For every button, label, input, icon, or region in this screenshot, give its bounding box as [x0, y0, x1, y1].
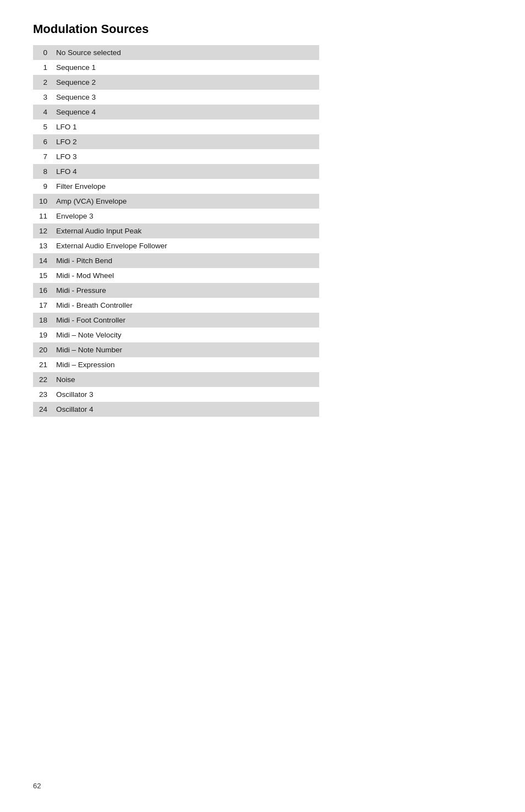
table-row: 3Sequence 3	[33, 90, 319, 105]
modulation-sources-table: 0No Source selected1Sequence 12Sequence …	[33, 45, 319, 417]
row-label: Envelope 3	[56, 212, 316, 220]
row-label: Sequence 2	[56, 78, 316, 86]
table-row: 21Midi – Expression	[33, 357, 319, 372]
row-number: 6	[36, 138, 56, 146]
row-number: 14	[36, 257, 56, 265]
row-number: 19	[36, 331, 56, 339]
page-number: 62	[33, 782, 41, 790]
row-label: LFO 1	[56, 123, 316, 131]
row-number: 24	[36, 405, 56, 413]
row-number: 22	[36, 375, 56, 384]
row-number: 10	[36, 197, 56, 205]
row-number: 13	[36, 242, 56, 250]
row-number: 7	[36, 152, 56, 161]
table-row: 8LFO 4	[33, 164, 319, 179]
row-label: Midi – Note Velocity	[56, 331, 316, 339]
row-label: Sequence 4	[56, 108, 316, 116]
table-row: 13External Audio Envelope Follower	[33, 238, 319, 253]
row-label: External Audio Envelope Follower	[56, 242, 316, 250]
row-label: Oscillator 4	[56, 405, 316, 413]
row-label: Amp (VCA) Envelope	[56, 197, 316, 205]
table-row: 10Amp (VCA) Envelope	[33, 194, 319, 209]
table-row: 4Sequence 4	[33, 105, 319, 119]
row-number: 11	[36, 212, 56, 220]
row-label: Midi - Mod Wheel	[56, 271, 316, 280]
row-number: 8	[36, 167, 56, 176]
table-row: 14Midi - Pitch Bend	[33, 253, 319, 268]
table-row: 12External Audio Input Peak	[33, 224, 319, 238]
row-number: 21	[36, 361, 56, 369]
row-label: Midi - Breath Controller	[56, 301, 316, 309]
row-label: Midi – Expression	[56, 361, 316, 369]
table-row: 5LFO 1	[33, 119, 319, 134]
row-label: LFO 4	[56, 167, 316, 176]
page-title: Modulation Sources	[33, 22, 492, 36]
table-row: 17Midi - Breath Controller	[33, 298, 319, 313]
row-label: Midi – Note Number	[56, 346, 316, 354]
row-number: 15	[36, 271, 56, 280]
row-number: 16	[36, 286, 56, 295]
row-label: Midi - Foot Controller	[56, 316, 316, 324]
table-row: 24Oscillator 4	[33, 402, 319, 417]
row-number: 0	[36, 48, 56, 57]
table-row: 19Midi – Note Velocity	[33, 328, 319, 342]
row-label: Sequence 1	[56, 63, 316, 72]
row-number: 5	[36, 123, 56, 131]
row-label: Sequence 3	[56, 93, 316, 101]
row-label: Filter Envelope	[56, 182, 316, 190]
table-row: 15Midi - Mod Wheel	[33, 268, 319, 283]
row-number: 2	[36, 78, 56, 86]
row-number: 17	[36, 301, 56, 309]
table-row: 1Sequence 1	[33, 60, 319, 75]
row-number: 4	[36, 108, 56, 116]
row-label: LFO 2	[56, 138, 316, 146]
table-row: 20Midi – Note Number	[33, 342, 319, 357]
row-number: 18	[36, 316, 56, 324]
table-row: 2Sequence 2	[33, 75, 319, 90]
row-label: Noise	[56, 375, 316, 384]
table-row: 7LFO 3	[33, 149, 319, 164]
row-number: 23	[36, 390, 56, 399]
row-label: Midi - Pitch Bend	[56, 257, 316, 265]
row-label: Oscillator 3	[56, 390, 316, 399]
row-label: LFO 3	[56, 152, 316, 161]
table-row: 11Envelope 3	[33, 209, 319, 224]
row-number: 12	[36, 227, 56, 235]
table-row: 16Midi - Pressure	[33, 283, 319, 298]
table-row: 0No Source selected	[33, 45, 319, 60]
row-label: Midi - Pressure	[56, 286, 316, 295]
row-number: 9	[36, 182, 56, 190]
row-number: 20	[36, 346, 56, 354]
table-row: 18Midi - Foot Controller	[33, 313, 319, 328]
row-label: No Source selected	[56, 48, 316, 57]
row-number: 1	[36, 63, 56, 72]
table-row: 9Filter Envelope	[33, 179, 319, 194]
row-number: 3	[36, 93, 56, 101]
table-row: 6LFO 2	[33, 134, 319, 149]
table-row: 22Noise	[33, 372, 319, 387]
table-row: 23Oscillator 3	[33, 387, 319, 402]
row-label: External Audio Input Peak	[56, 227, 316, 235]
